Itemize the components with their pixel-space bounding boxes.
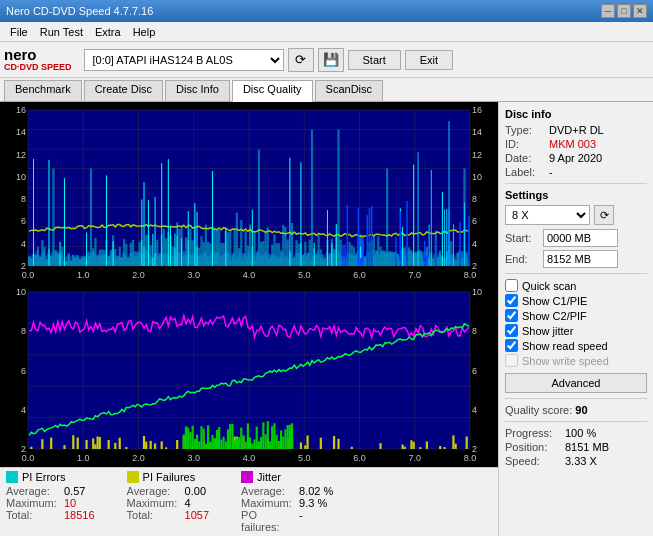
pi-failures-max-val: 4: [185, 497, 191, 509]
tab-disc-quality[interactable]: Disc Quality: [232, 80, 313, 102]
cdspeed-logo: CD·DVD SPEED: [4, 62, 72, 72]
pi-failures-label: PI Failures: [143, 471, 196, 483]
quick-scan-label: Quick scan: [522, 280, 576, 292]
disc-date-row: Date: 9 Apr 2020: [505, 152, 647, 164]
settings-title: Settings: [505, 189, 647, 201]
pi-errors-max-val: 10: [64, 497, 76, 509]
pi-errors-total-val: 18516: [64, 509, 95, 521]
charts-and-stats: PI Errors Average: 0.57 Maximum: 10 Tota…: [0, 102, 498, 536]
pi-errors-label: PI Errors: [22, 471, 65, 483]
pi-errors-avg-label: Average:: [6, 485, 60, 497]
start-label: Start:: [505, 232, 543, 244]
jitter-label: Jitter: [257, 471, 281, 483]
show-write-speed-checkbox: [505, 354, 518, 367]
show-jitter-checkbox[interactable]: [505, 324, 518, 337]
exit-button[interactable]: Exit: [405, 50, 453, 70]
start-button[interactable]: Start: [348, 50, 401, 70]
pi-failures-color: [127, 471, 139, 483]
jitter-max-val: 9.3 %: [299, 497, 327, 509]
show-c2-label: Show C2/PIF: [522, 310, 587, 322]
start-input[interactable]: [543, 229, 618, 247]
show-read-speed-label: Show read speed: [522, 340, 608, 352]
tab-scan-disc[interactable]: ScanDisc: [315, 80, 383, 101]
end-input[interactable]: [543, 250, 618, 268]
settings-refresh-btn[interactable]: ⟳: [594, 205, 614, 225]
tab-bar: Benchmark Create Disc Disc Info Disc Qua…: [0, 78, 653, 102]
show-write-speed-label: Show write speed: [522, 355, 609, 367]
speed-label: Speed:: [505, 455, 561, 467]
menu-help[interactable]: Help: [127, 25, 162, 39]
menu-file[interactable]: File: [4, 25, 34, 39]
position-row: Position: 8151 MB: [505, 441, 647, 453]
end-mb-row: End:: [505, 250, 647, 268]
speed-select[interactable]: 8 X Max 2 X 4 X 6 X 12 X 16 X: [505, 205, 590, 225]
tab-create-disc[interactable]: Create Disc: [84, 80, 163, 101]
logo: nero CD·DVD SPEED: [4, 47, 72, 72]
disc-id-label: ID:: [505, 138, 549, 150]
pi-errors-avg-val: 0.57: [64, 485, 85, 497]
progress-value: 100 %: [565, 427, 596, 439]
separator-1: [505, 183, 647, 184]
show-jitter-label: Show jitter: [522, 325, 573, 337]
show-c1-checkbox[interactable]: [505, 294, 518, 307]
stats-bar: PI Errors Average: 0.57 Maximum: 10 Tota…: [0, 467, 498, 536]
po-failures-label: PO failures:: [241, 509, 295, 533]
progress-label: Progress:: [505, 427, 561, 439]
pi-failures-group: PI Failures Average: 0.00 Maximum: 4 Tot…: [127, 471, 209, 521]
save-icon-btn[interactable]: 💾: [318, 48, 344, 72]
disc-info-title: Disc info: [505, 108, 647, 120]
title-bar: Nero CD-DVD Speed 4.7.7.16 ─ □ ✕: [0, 0, 653, 22]
disc-label-value: -: [549, 166, 553, 178]
show-read-speed-row: Show read speed: [505, 339, 647, 352]
disc-label-label: Label:: [505, 166, 549, 178]
show-write-speed-row: Show write speed: [505, 354, 647, 367]
pi-errors-total-label: Total:: [6, 509, 60, 521]
advanced-button[interactable]: Advanced: [505, 373, 647, 393]
pi-failures-total-val: 1057: [185, 509, 209, 521]
separator-3: [505, 398, 647, 399]
refresh-icon-btn[interactable]: ⟳: [288, 48, 314, 72]
chart-canvas: [0, 102, 498, 467]
show-c2-row: Show C2/PIF: [505, 309, 647, 322]
app-title: Nero CD-DVD Speed 4.7.7.16: [6, 5, 153, 17]
disc-date-label: Date:: [505, 152, 549, 164]
speed-value: 3.33 X: [565, 455, 597, 467]
pi-failures-total-label: Total:: [127, 509, 181, 521]
tab-benchmark[interactable]: Benchmark: [4, 80, 82, 101]
maximize-button[interactable]: □: [617, 4, 631, 18]
pi-failures-avg-label: Average:: [127, 485, 181, 497]
tab-disc-info[interactable]: Disc Info: [165, 80, 230, 101]
start-mb-row: Start:: [505, 229, 647, 247]
menu-run-test[interactable]: Run Test: [34, 25, 89, 39]
menu-extra[interactable]: Extra: [89, 25, 127, 39]
close-button[interactable]: ✕: [633, 4, 647, 18]
position-label: Position:: [505, 441, 561, 453]
po-failures-val: -: [299, 509, 303, 533]
progress-row: Progress: 100 %: [505, 427, 647, 439]
main-content: PI Errors Average: 0.57 Maximum: 10 Tota…: [0, 102, 653, 536]
pi-errors-max-label: Maximum:: [6, 497, 60, 509]
jitter-avg-label: Average:: [241, 485, 295, 497]
quick-scan-checkbox[interactable]: [505, 279, 518, 292]
disc-id-row: ID: MKM 003: [505, 138, 647, 150]
quality-score-row: Quality score: 90: [505, 404, 647, 416]
show-c1-label: Show C1/PIE: [522, 295, 587, 307]
drive-select[interactable]: [0:0] ATAPI iHAS124 B AL0S: [84, 49, 284, 71]
separator-4: [505, 421, 647, 422]
separator-2: [505, 273, 647, 274]
pi-errors-group: PI Errors Average: 0.57 Maximum: 10 Tota…: [6, 471, 95, 521]
disc-id-value: MKM 003: [549, 138, 596, 150]
show-c2-checkbox[interactable]: [505, 309, 518, 322]
jitter-avg-val: 8.02 %: [299, 485, 333, 497]
toolbar: nero CD·DVD SPEED [0:0] ATAPI iHAS124 B …: [0, 42, 653, 78]
pi-errors-color: [6, 471, 18, 483]
disc-type-row: Type: DVD+R DL: [505, 124, 647, 136]
jitter-color: [241, 471, 253, 483]
window-controls: ─ □ ✕: [601, 4, 647, 18]
minimize-button[interactable]: ─: [601, 4, 615, 18]
quick-scan-row: Quick scan: [505, 279, 647, 292]
position-value: 8151 MB: [565, 441, 609, 453]
speed-setting-row: 8 X Max 2 X 4 X 6 X 12 X 16 X ⟳: [505, 205, 647, 225]
show-read-speed-checkbox[interactable]: [505, 339, 518, 352]
disc-date-value: 9 Apr 2020: [549, 152, 602, 164]
